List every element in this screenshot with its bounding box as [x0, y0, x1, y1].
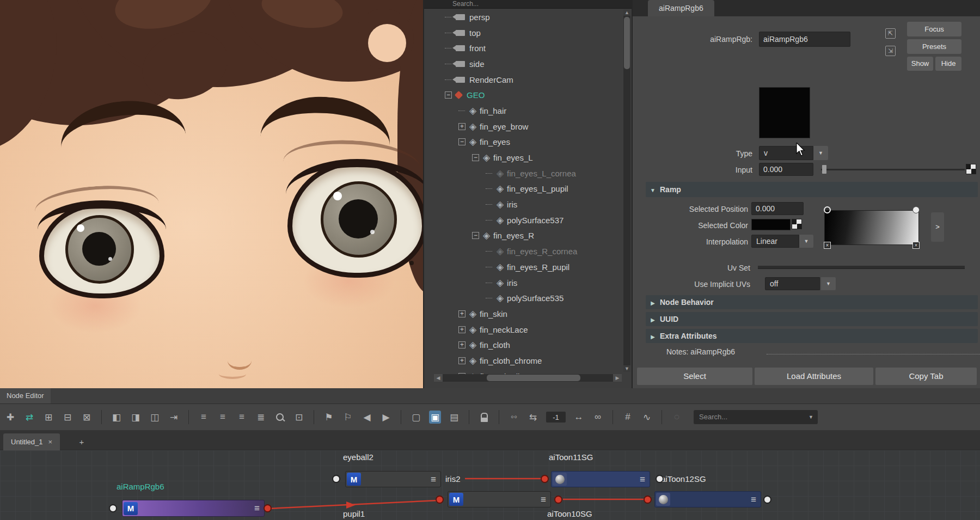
copy-tab-out-icon[interactable]: ⇱: [885, 28, 896, 39]
outliner-item-persp[interactable]: persp: [424, 9, 623, 25]
expand-toggle[interactable]: +: [458, 341, 465, 348]
chevron-down-icon[interactable]: ▼: [808, 410, 813, 424]
node-display-icon[interactable]: ≡: [431, 475, 436, 484]
outliner-item-fin_cloth_chrome[interactable]: +◈fin_cloth_chrome: [424, 353, 623, 369]
scrollbar-thumb[interactable]: [487, 375, 581, 381]
outliner-item-iris[interactable]: ◈iris: [424, 197, 623, 212]
expand-toggle[interactable]: +: [458, 310, 465, 317]
outliner-item-top[interactable]: top: [424, 25, 623, 41]
outliner-item-fin_eyes[interactable]: −◈fin_eyes: [424, 134, 623, 150]
add-tab-button[interactable]: +: [75, 436, 88, 449]
collapse-toggle[interactable]: −: [445, 91, 452, 99]
outliner-item-fin_skin[interactable]: +◈fin_skin: [424, 306, 623, 322]
node-label-iris2[interactable]: iris2: [445, 474, 461, 484]
outliner-item-front[interactable]: front: [424, 40, 623, 56]
ramp-delete-handle[interactable]: ×: [824, 242, 831, 249]
selected-color-swatch[interactable]: [751, 219, 791, 230]
ramp-position-handle[interactable]: [912, 206, 920, 213]
node-pupil1[interactable]: M ≡: [448, 491, 551, 507]
copy-tab-button[interactable]: Copy Tab: [875, 368, 977, 385]
node-display-icon[interactable]: ≡: [541, 495, 546, 504]
expand-toggle[interactable]: +: [458, 123, 465, 130]
connection-swap-icon[interactable]: ⇄: [23, 411, 35, 424]
node-label-airamprgb6[interactable]: aiRampRgb6: [117, 482, 164, 491]
tab-untitled-1[interactable]: Untitled_1×: [3, 433, 60, 450]
node-label-pupil1[interactable]: pupil1: [343, 509, 365, 518]
node-behavior-section-header[interactable]: ▶Node Behavior: [646, 295, 978, 309]
ramp-section-header[interactable]: ▼Ramp: [646, 182, 978, 197]
outliner-item-fin_eye_brow[interactable]: +◈fin_eye_brow: [424, 119, 623, 134]
add-node-icon[interactable]: ✚: [4, 411, 16, 424]
display-simple-icon[interactable]: ▢: [410, 411, 422, 424]
focus-button[interactable]: Focus: [907, 22, 961, 36]
outliner-item-fin_eyes_R_cornea[interactable]: ◈fin_eyes_R_cornea: [424, 243, 623, 259]
node-display-icon[interactable]: ≡: [640, 475, 645, 484]
all-connections-icon[interactable]: ◫: [149, 411, 161, 424]
align-top-icon[interactable]: ≡: [198, 411, 210, 424]
ramp-delete-handle[interactable]: ×: [912, 242, 920, 249]
input-slider-thumb[interactable]: [822, 165, 826, 174]
chevron-down-icon[interactable]: ▼: [821, 277, 836, 290]
sync-icon[interactable]: ◌: [671, 411, 683, 424]
uv-set-field[interactable]: [758, 266, 965, 269]
lock-icon[interactable]: [478, 411, 490, 424]
input-port-connected[interactable]: [541, 475, 549, 483]
node-display-icon[interactable]: ≡: [254, 504, 260, 513]
collapse-toggle[interactable]: −: [472, 232, 479, 239]
bookmark-add-icon[interactable]: ⚑: [323, 411, 335, 424]
outliner-item-iris[interactable]: ◈iris: [424, 275, 623, 291]
show-button[interactable]: Show: [907, 57, 933, 71]
outliner-item-fin_eyes_R_pupil[interactable]: ◈fin_eyes_R_pupil: [424, 259, 623, 275]
node-name-field[interactable]: [759, 32, 850, 47]
load-attributes-button[interactable]: Load Attributes: [755, 368, 873, 385]
node-aitoon11sg[interactable]: ≡: [551, 471, 650, 487]
scroll-up-icon[interactable]: ▲: [623, 9, 630, 16]
bookmark-next-icon[interactable]: ▶: [380, 411, 392, 424]
outliner-item-polySurface535[interactable]: ◈polySurface535: [424, 290, 623, 306]
node-aitoon10sg[interactable]: ≡: [654, 491, 761, 507]
outliner-item-GEO[interactable]: −GEO: [424, 87, 623, 103]
node-editor-search-input[interactable]: Search... ▼: [694, 410, 818, 424]
chevron-down-icon[interactable]: ▼: [799, 235, 813, 248]
input-value-field[interactable]: [759, 163, 813, 176]
outliner-item-fin_cloth[interactable]: +◈fin_cloth: [424, 337, 623, 353]
align-middle-icon[interactable]: ≡: [217, 411, 229, 424]
outliner-item-fin_eyes_L[interactable]: −◈fin_eyes_L: [424, 150, 623, 166]
graph-remove-icon[interactable]: ⊟: [62, 411, 74, 424]
outliner-search-input[interactable]: Search...: [424, 0, 632, 9]
outliner-item-fin_eyes_L_pupil[interactable]: ◈fin_eyes_L_pupil: [424, 181, 623, 197]
align-bottom-icon[interactable]: ≡: [236, 411, 248, 424]
interpolation-dropdown[interactable]: Linear: [751, 235, 799, 248]
uuid-section-header[interactable]: ▶UUID: [646, 312, 978, 326]
display-full-icon[interactable]: ▤: [448, 411, 460, 424]
ramp-preview-swatch[interactable]: [759, 87, 810, 138]
edge-style-icon[interactable]: ⇆: [527, 411, 539, 424]
collapse-toggle[interactable]: −: [458, 138, 465, 145]
presets-button[interactable]: Presets: [907, 39, 961, 54]
graph-clear-icon[interactable]: ⊠: [81, 411, 93, 424]
zoom-icon[interactable]: [274, 411, 286, 424]
extra-attributes-section-header[interactable]: ▶Extra Attributes: [646, 329, 978, 343]
scroll-right-icon[interactable]: ▶: [613, 374, 622, 382]
hide-button[interactable]: Hide: [935, 57, 961, 71]
input-port-connected[interactable]: [436, 495, 444, 504]
outliner-item-RenderCam[interactable]: RenderCam: [424, 72, 623, 88]
input-port[interactable]: [332, 475, 340, 483]
minus-one-field[interactable]: -1: [546, 412, 566, 423]
distribute-nodes-icon[interactable]: ≣: [255, 411, 267, 424]
selected-position-field[interactable]: [751, 202, 804, 215]
input-slider-track[interactable]: [821, 169, 965, 170]
display-connected-icon[interactable]: ▣: [429, 411, 441, 424]
output-port-connected[interactable]: [264, 504, 272, 512]
node-airamprgb6[interactable]: M ≡: [122, 500, 265, 517]
scrollbar-thumb[interactable]: [624, 17, 630, 69]
frame-selection-icon[interactable]: ⊡: [293, 411, 305, 424]
collapse-toggle[interactable]: −: [472, 154, 479, 161]
copy-tab-in-icon[interactable]: ⇲: [885, 46, 896, 56]
outliner-vertical-scrollbar[interactable]: ▲ ▼: [623, 9, 630, 372]
chevron-down-icon[interactable]: ▼: [813, 146, 828, 160]
output-port[interactable]: [763, 495, 771, 504]
color-texture-icon[interactable]: [792, 219, 802, 229]
outliner-horizontal-scrollbar[interactable]: ◀ ▶: [434, 374, 622, 382]
ramp-gradient-widget[interactable]: × ×: [824, 210, 919, 245]
